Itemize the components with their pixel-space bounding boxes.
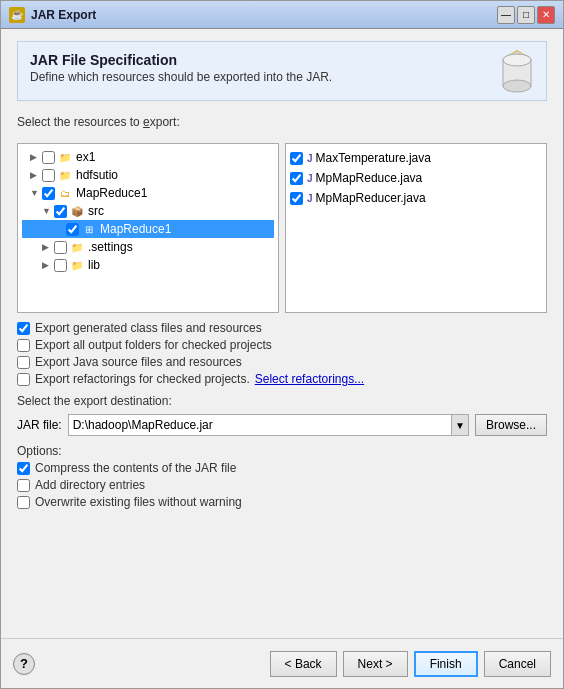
label-compress: Compress the contents of the JAR file: [35, 461, 236, 475]
close-button[interactable]: ✕: [537, 6, 555, 24]
option-overwrite[interactable]: Overwrite existing files without warning: [17, 495, 547, 509]
package-icon-src: 📦: [69, 204, 85, 218]
export-option-class[interactable]: Export generated class files and resourc…: [17, 321, 547, 335]
label-export-refactor: Export refactorings for checked projects…: [35, 372, 250, 386]
checkbox-ex1[interactable]: [42, 151, 55, 164]
tree-item-hdfsutio[interactable]: ▶ 📁 hdfsutio: [22, 166, 274, 184]
java-icon-maxtemp: J: [307, 153, 313, 164]
cancel-button[interactable]: Cancel: [484, 651, 551, 677]
navigation-buttons: < Back Next > Finish Cancel: [270, 651, 551, 677]
export-option-refactor[interactable]: Export refactorings for checked projects…: [17, 372, 547, 386]
label-export-output: Export all output folders for checked pr…: [35, 338, 272, 352]
resources-panels: ▶ 📁 ex1 ▶ 📁 hdfsutio ▼ 🗂 Map: [17, 143, 547, 313]
checkbox-compress[interactable]: [17, 462, 30, 475]
resources-label: Select the resources to export:: [17, 115, 547, 129]
project-icon-mapreduce1: 🗂: [57, 186, 73, 200]
checkbox-lib[interactable]: [54, 259, 67, 272]
jar-file-input[interactable]: [68, 414, 451, 436]
file-name-mpmapreducer: MpMapReducer.java: [316, 191, 426, 205]
label-overwrite: Overwrite existing files without warning: [35, 495, 242, 509]
help-button[interactable]: ?: [13, 653, 35, 675]
tree-item-settings[interactable]: ▶ 📁 .settings: [22, 238, 274, 256]
jar-file-input-wrap: ▼: [68, 414, 469, 436]
checkbox-mpmapreduce[interactable]: [290, 172, 303, 185]
export-option-source[interactable]: Export Java source files and resources: [17, 355, 547, 369]
jar-file-dropdown[interactable]: ▼: [451, 414, 469, 436]
label-export-class: Export generated class files and resourc…: [35, 321, 262, 335]
jar-file-label: JAR file:: [17, 418, 62, 432]
svg-point-3: [503, 54, 531, 66]
section-description: Define which resources should be exporte…: [30, 70, 534, 84]
section-title: JAR File Specification: [30, 52, 534, 68]
main-content: JAR File Specification Define which reso…: [1, 29, 563, 638]
folder-icon-hdfsutio: 📁: [57, 168, 73, 182]
refactorings-link[interactable]: Select refactorings...: [255, 372, 364, 386]
file-item-maxtemp[interactable]: J MaxTemperature.java: [290, 148, 542, 168]
header-section: JAR File Specification Define which reso…: [17, 41, 547, 101]
bottom-bar: ? < Back Next > Finish Cancel: [1, 638, 563, 688]
tree-item-mapreduce1-src[interactable]: ⊞ MapReduce1: [22, 220, 274, 238]
checkbox-hdfsutio[interactable]: [42, 169, 55, 182]
svg-point-2: [503, 80, 531, 92]
arrow-src: ▼: [42, 206, 54, 216]
checkbox-src[interactable]: [54, 205, 67, 218]
folder-icon-lib: 📁: [69, 258, 85, 272]
folder-icon-ex1: 📁: [57, 150, 73, 164]
option-compress[interactable]: Compress the contents of the JAR file: [17, 461, 547, 475]
file-panel: J MaxTemperature.java J MpMapReduce.java…: [285, 143, 547, 313]
label-export-source: Export Java source files and resources: [35, 355, 242, 369]
arrow-settings: ▶: [42, 242, 54, 252]
tree-item-ex1[interactable]: ▶ 📁 ex1: [22, 148, 274, 166]
checkbox-mpmapreducer[interactable]: [290, 192, 303, 205]
file-name-maxtemp: MaxTemperature.java: [316, 151, 431, 165]
window-title: JAR Export: [31, 8, 497, 22]
next-button[interactable]: Next >: [343, 651, 408, 677]
checkbox-mapreduce1-src[interactable]: [66, 223, 79, 236]
tree-item-src[interactable]: ▼ 📦 src: [22, 202, 274, 220]
checkbox-export-output[interactable]: [17, 339, 30, 352]
file-item-mpmapreduce[interactable]: J MpMapReduce.java: [290, 168, 542, 188]
jar-export-window: ☕ JAR Export — □ ✕ JAR File Specificatio…: [0, 0, 564, 689]
jar-icon: [498, 50, 536, 97]
label-add-dir: Add directory entries: [35, 478, 145, 492]
checkbox-mapreduce1[interactable]: [42, 187, 55, 200]
java-icon-mpmapreduce: J: [307, 173, 313, 184]
maximize-button[interactable]: □: [517, 6, 535, 24]
destination-row: JAR file: ▼ Browse...: [17, 414, 547, 436]
browse-button[interactable]: Browse...: [475, 414, 547, 436]
destination-label: Select the export destination:: [17, 394, 547, 408]
arrow-mapreduce1: ▼: [30, 188, 42, 198]
tree-item-lib[interactable]: ▶ 📁 lib: [22, 256, 274, 274]
checkbox-maxtemp[interactable]: [290, 152, 303, 165]
destination-section: Select the export destination: JAR file:…: [17, 394, 547, 436]
tree-item-mapreduce1[interactable]: ▼ 🗂 MapReduce1: [22, 184, 274, 202]
tree-panel[interactable]: ▶ 📁 ex1 ▶ 📁 hdfsutio ▼ 🗂 Map: [17, 143, 279, 313]
export-options-section: Export generated class files and resourc…: [17, 321, 547, 386]
arrow-lib: ▶: [42, 260, 54, 270]
arrow-hdfsutio: ▶: [30, 170, 42, 180]
title-bar: ☕ JAR Export — □ ✕: [1, 1, 563, 29]
window-icon: ☕: [9, 7, 25, 23]
folder-icon-settings: 📁: [69, 240, 85, 254]
package2-icon-mapreduce1-src: ⊞: [81, 222, 97, 236]
java-icon-mpmapreducer: J: [307, 193, 313, 204]
checkbox-settings[interactable]: [54, 241, 67, 254]
file-name-mpmapreduce: MpMapReduce.java: [316, 171, 423, 185]
checkbox-export-source[interactable]: [17, 356, 30, 369]
finish-button[interactable]: Finish: [414, 651, 478, 677]
checkbox-export-class[interactable]: [17, 322, 30, 335]
export-option-output[interactable]: Export all output folders for checked pr…: [17, 338, 547, 352]
arrow-ex1: ▶: [30, 152, 42, 162]
file-item-mpmapreducer[interactable]: J MpMapReducer.java: [290, 188, 542, 208]
checkbox-export-refactor[interactable]: [17, 373, 30, 386]
checkbox-add-dir[interactable]: [17, 479, 30, 492]
checkbox-overwrite[interactable]: [17, 496, 30, 509]
options-label: Options:: [17, 444, 547, 458]
minimize-button[interactable]: —: [497, 6, 515, 24]
window-controls: — □ ✕: [497, 6, 555, 24]
back-button[interactable]: < Back: [270, 651, 337, 677]
option-add-dir[interactable]: Add directory entries: [17, 478, 547, 492]
jar-options-section: Options: Compress the contents of the JA…: [17, 444, 547, 509]
